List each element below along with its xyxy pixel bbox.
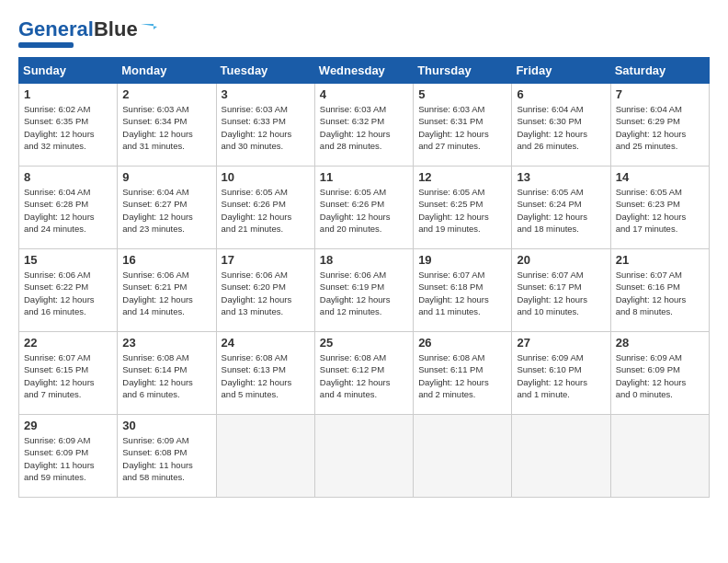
- calendar-cell: 8Sunrise: 6:04 AM Sunset: 6:28 PM Daylig…: [19, 167, 118, 249]
- header-wednesday: Wednesday: [314, 58, 413, 84]
- day-info: Sunrise: 6:09 AM Sunset: 6:08 PM Dayligh…: [122, 434, 210, 483]
- day-number: 25: [320, 336, 408, 350]
- week-row-1: 1Sunrise: 6:02 AM Sunset: 6:35 PM Daylig…: [19, 84, 710, 167]
- day-info: Sunrise: 6:07 AM Sunset: 6:17 PM Dayligh…: [517, 269, 605, 317]
- calendar-cell: [314, 415, 413, 498]
- day-info: Sunrise: 6:05 AM Sunset: 6:26 PM Dayligh…: [222, 186, 310, 235]
- day-number: 22: [24, 336, 112, 350]
- day-info: Sunrise: 6:04 AM Sunset: 6:30 PM Dayligh…: [517, 103, 605, 152]
- day-info: Sunrise: 6:03 AM Sunset: 6:32 PM Dayligh…: [320, 103, 408, 152]
- calendar-cell: 20Sunrise: 6:07 AM Sunset: 6:17 PM Dayli…: [512, 249, 610, 332]
- calendar-cell: 29Sunrise: 6:09 AM Sunset: 6:09 PM Dayli…: [19, 415, 118, 498]
- svg-marker-0: [141, 24, 157, 29]
- day-number: 21: [616, 253, 704, 267]
- header-row: SundayMondayTuesdayWednesdayThursdayFrid…: [19, 58, 710, 84]
- day-number: 9: [122, 170, 210, 184]
- day-number: 23: [122, 336, 210, 350]
- calendar-cell: [512, 415, 610, 498]
- week-row-5: 29Sunrise: 6:09 AM Sunset: 6:09 PM Dayli…: [19, 415, 710, 498]
- week-row-4: 22Sunrise: 6:07 AM Sunset: 6:15 PM Dayli…: [19, 332, 710, 415]
- calendar-cell: 14Sunrise: 6:05 AM Sunset: 6:23 PM Dayli…: [610, 167, 709, 249]
- day-info: Sunrise: 6:04 AM Sunset: 6:29 PM Dayligh…: [616, 103, 704, 152]
- calendar-cell: 11Sunrise: 6:05 AM Sunset: 6:26 PM Dayli…: [314, 167, 413, 249]
- logo-bar: [18, 42, 74, 48]
- day-number: 2: [122, 87, 210, 101]
- logo-text: GeneralBlue: [18, 19, 138, 40]
- day-number: 20: [517, 253, 605, 267]
- day-info: Sunrise: 6:07 AM Sunset: 6:16 PM Dayligh…: [616, 269, 704, 317]
- day-info: Sunrise: 6:05 AM Sunset: 6:25 PM Dayligh…: [418, 186, 506, 235]
- day-info: Sunrise: 6:07 AM Sunset: 6:15 PM Dayligh…: [24, 351, 112, 400]
- day-number: 28: [616, 336, 704, 350]
- day-info: Sunrise: 6:03 AM Sunset: 6:33 PM Dayligh…: [222, 103, 310, 152]
- day-number: 3: [222, 87, 310, 101]
- calendar-cell: [414, 415, 512, 498]
- calendar-cell: 12Sunrise: 6:05 AM Sunset: 6:25 PM Dayli…: [414, 167, 512, 249]
- header-tuesday: Tuesday: [216, 58, 314, 84]
- calendar-cell: [610, 415, 709, 498]
- calendar-cell: 22Sunrise: 6:07 AM Sunset: 6:15 PM Dayli…: [19, 332, 118, 415]
- calendar-cell: 7Sunrise: 6:04 AM Sunset: 6:29 PM Daylig…: [610, 84, 709, 167]
- calendar-cell: 3Sunrise: 6:03 AM Sunset: 6:33 PM Daylig…: [216, 84, 314, 167]
- header-friday: Friday: [512, 58, 610, 84]
- week-row-3: 15Sunrise: 6:06 AM Sunset: 6:22 PM Dayli…: [19, 249, 710, 332]
- calendar-cell: 15Sunrise: 6:06 AM Sunset: 6:22 PM Dayli…: [19, 249, 118, 332]
- day-number: 8: [24, 170, 112, 184]
- day-info: Sunrise: 6:02 AM Sunset: 6:35 PM Dayligh…: [24, 103, 112, 152]
- calendar-cell: 24Sunrise: 6:08 AM Sunset: 6:13 PM Dayli…: [216, 332, 314, 415]
- day-info: Sunrise: 6:08 AM Sunset: 6:14 PM Dayligh…: [122, 351, 210, 400]
- calendar-cell: 10Sunrise: 6:05 AM Sunset: 6:26 PM Dayli…: [216, 167, 314, 249]
- day-number: 7: [616, 87, 704, 101]
- day-info: Sunrise: 6:04 AM Sunset: 6:28 PM Dayligh…: [24, 186, 112, 235]
- calendar-cell: 30Sunrise: 6:09 AM Sunset: 6:08 PM Dayli…: [118, 415, 216, 498]
- calendar-cell: 13Sunrise: 6:05 AM Sunset: 6:24 PM Dayli…: [512, 167, 610, 249]
- header-sunday: Sunday: [19, 58, 118, 84]
- day-number: 5: [418, 87, 506, 101]
- calendar-cell: 27Sunrise: 6:09 AM Sunset: 6:10 PM Dayli…: [512, 332, 610, 415]
- day-number: 24: [222, 336, 310, 350]
- day-info: Sunrise: 6:09 AM Sunset: 6:10 PM Dayligh…: [517, 351, 605, 400]
- day-number: 18: [320, 253, 408, 267]
- day-number: 19: [418, 253, 506, 267]
- day-number: 6: [517, 87, 605, 101]
- day-number: 16: [122, 253, 210, 267]
- day-number: 14: [616, 170, 704, 184]
- day-number: 30: [122, 419, 210, 432]
- day-info: Sunrise: 6:06 AM Sunset: 6:21 PM Dayligh…: [122, 269, 210, 317]
- day-info: Sunrise: 6:03 AM Sunset: 6:31 PM Dayligh…: [418, 103, 506, 152]
- day-info: Sunrise: 6:06 AM Sunset: 6:19 PM Dayligh…: [320, 269, 408, 317]
- day-number: 1: [24, 87, 112, 101]
- day-info: Sunrise: 6:08 AM Sunset: 6:11 PM Dayligh…: [418, 351, 506, 400]
- day-number: 11: [320, 170, 408, 184]
- day-info: Sunrise: 6:05 AM Sunset: 6:23 PM Dayligh…: [616, 186, 704, 235]
- calendar-cell: 2Sunrise: 6:03 AM Sunset: 6:34 PM Daylig…: [118, 84, 216, 167]
- calendar-cell: 19Sunrise: 6:07 AM Sunset: 6:18 PM Dayli…: [414, 249, 512, 332]
- calendar-cell: 26Sunrise: 6:08 AM Sunset: 6:11 PM Dayli…: [414, 332, 512, 415]
- logo-icon: [141, 20, 157, 37]
- calendar-cell: 18Sunrise: 6:06 AM Sunset: 6:19 PM Dayli…: [314, 249, 413, 332]
- page-header: GeneralBlue: [18, 18, 710, 48]
- day-number: 12: [418, 170, 506, 184]
- day-number: 27: [517, 336, 605, 350]
- day-info: Sunrise: 6:03 AM Sunset: 6:34 PM Dayligh…: [122, 103, 210, 152]
- day-info: Sunrise: 6:06 AM Sunset: 6:22 PM Dayligh…: [24, 269, 112, 317]
- day-number: 17: [222, 253, 310, 267]
- day-info: Sunrise: 6:08 AM Sunset: 6:13 PM Dayligh…: [222, 351, 310, 400]
- day-info: Sunrise: 6:05 AM Sunset: 6:24 PM Dayligh…: [517, 186, 605, 235]
- calendar-cell: 25Sunrise: 6:08 AM Sunset: 6:12 PM Dayli…: [314, 332, 413, 415]
- day-number: 26: [418, 336, 506, 350]
- calendar-cell: 23Sunrise: 6:08 AM Sunset: 6:14 PM Dayli…: [118, 332, 216, 415]
- week-row-2: 8Sunrise: 6:04 AM Sunset: 6:28 PM Daylig…: [19, 167, 710, 249]
- day-info: Sunrise: 6:06 AM Sunset: 6:20 PM Dayligh…: [222, 269, 310, 317]
- day-number: 13: [517, 170, 605, 184]
- day-number: 10: [222, 170, 310, 184]
- calendar-cell: 17Sunrise: 6:06 AM Sunset: 6:20 PM Dayli…: [216, 249, 314, 332]
- calendar-cell: 1Sunrise: 6:02 AM Sunset: 6:35 PM Daylig…: [19, 84, 118, 167]
- day-number: 4: [320, 87, 408, 101]
- calendar-cell: 4Sunrise: 6:03 AM Sunset: 6:32 PM Daylig…: [314, 84, 413, 167]
- header-saturday: Saturday: [610, 58, 709, 84]
- day-info: Sunrise: 6:08 AM Sunset: 6:12 PM Dayligh…: [320, 351, 408, 400]
- calendar-cell: 6Sunrise: 6:04 AM Sunset: 6:30 PM Daylig…: [512, 84, 610, 167]
- day-info: Sunrise: 6:05 AM Sunset: 6:26 PM Dayligh…: [320, 186, 408, 235]
- day-info: Sunrise: 6:09 AM Sunset: 6:09 PM Dayligh…: [24, 434, 112, 483]
